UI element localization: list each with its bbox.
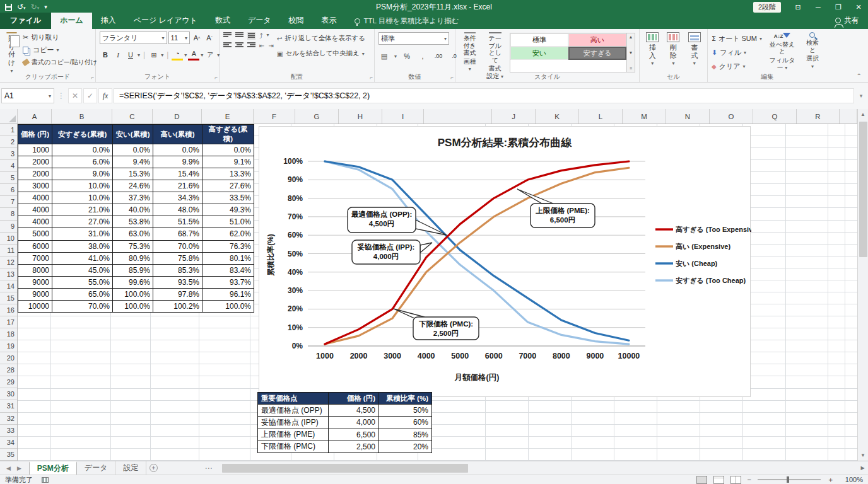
tab-ホーム[interactable]: ホーム bbox=[51, 13, 92, 29]
data-cell[interactable]: 55.0% bbox=[52, 276, 113, 288]
tell-me-box[interactable]: TTL 目標を累積比率より揃む bbox=[355, 16, 459, 29]
data-cell[interactable]: 4000 bbox=[18, 216, 52, 228]
align-right-icon[interactable] bbox=[247, 42, 255, 49]
increase-indent-icon[interactable]: ⇥ bbox=[268, 42, 273, 49]
data-cell[interactable]: 100.0% bbox=[113, 288, 153, 300]
data-cell[interactable]: 2000 bbox=[18, 156, 52, 168]
data-cell[interactable]: 76.3% bbox=[202, 240, 254, 252]
summary-cell[interactable]: 妥協価格点 (IPP) bbox=[258, 417, 329, 429]
legend-label[interactable]: 高すぎる (Too Expensive) bbox=[676, 226, 751, 234]
data-cell[interactable]: 8000 bbox=[18, 264, 52, 276]
share-button[interactable]: 共有 bbox=[835, 15, 868, 29]
fill-button[interactable]: ⬇フィル▾ bbox=[712, 46, 762, 59]
row-header-29[interactable]: 29 bbox=[0, 376, 17, 388]
data-cell[interactable]: 34.3% bbox=[153, 192, 202, 204]
vertical-scrollbar[interactable]: ▲ ▼ bbox=[857, 109, 868, 461]
column-header-H[interactable]: H bbox=[339, 109, 382, 124]
sheet-tab-PSM分析[interactable]: PSM分析 bbox=[29, 461, 77, 475]
data-cell[interactable]: 100.2% bbox=[153, 300, 202, 312]
find-select-button[interactable]: 検索と 選択 ▾ bbox=[802, 31, 823, 72]
data-cell[interactable]: 83.4% bbox=[202, 264, 254, 276]
data-cell[interactable]: 70.0% bbox=[52, 300, 113, 312]
format-cells-button[interactable]: 書式▾ bbox=[686, 31, 703, 72]
data-cell[interactable]: 49.3% bbox=[202, 204, 254, 216]
data-cell[interactable]: 65.0% bbox=[52, 288, 113, 300]
data-cell[interactable]: 10000 bbox=[18, 300, 52, 312]
legend-label[interactable]: 安すぎる (Too Cheap) bbox=[676, 277, 746, 285]
sheet-nav-right-icon[interactable]: ▶ bbox=[17, 465, 21, 471]
cell-style-option[interactable]: 安い bbox=[510, 47, 568, 60]
paste-button[interactable]: 貼り付け▾ bbox=[4, 31, 20, 72]
data-cell[interactable]: 0.0% bbox=[153, 144, 202, 156]
data-cell[interactable]: 70.0% bbox=[153, 240, 202, 252]
data-cell[interactable]: 68.7% bbox=[153, 228, 202, 240]
clipboard-dialog-launcher-icon[interactable]: ⌐ bbox=[91, 75, 94, 81]
page-break-view-icon[interactable] bbox=[730, 476, 741, 484]
fill-color-icon[interactable]: ◔ bbox=[172, 49, 183, 60]
sort-filter-button[interactable]: A↓Z 並べ替えと フィルター ▾ bbox=[765, 31, 799, 72]
tab-校閲[interactable]: 校閲 bbox=[280, 13, 313, 29]
column-header-A[interactable]: A bbox=[18, 109, 52, 124]
format-as-table-button[interactable]: テーブルとして 書式設定 ▾ bbox=[483, 31, 507, 72]
row-header-31[interactable]: 31 bbox=[0, 400, 17, 412]
data-cell[interactable]: 75.8% bbox=[153, 252, 202, 264]
cut-button[interactable]: ✂切り取り bbox=[23, 31, 97, 43]
row-header-17[interactable]: 17 bbox=[0, 316, 17, 328]
font-name-combo[interactable]: フランタリ▾ bbox=[100, 32, 167, 44]
data-cell[interactable]: 0.0% bbox=[52, 144, 113, 156]
decrease-indent-icon[interactable]: ⇤ bbox=[259, 42, 264, 49]
account-badge[interactable]: 2段階 bbox=[753, 2, 781, 13]
row-header-11[interactable]: 11 bbox=[0, 245, 17, 256]
column-header-K[interactable]: K bbox=[536, 109, 579, 124]
row-header-1[interactable]: 1 bbox=[0, 124, 17, 136]
data-cell[interactable]: 21.0% bbox=[52, 204, 113, 216]
column-header-I[interactable]: I bbox=[382, 109, 424, 124]
row-header-28[interactable]: 28 bbox=[0, 364, 17, 376]
vertical-scroll-thumb[interactable] bbox=[859, 122, 867, 257]
formula-input[interactable]: =SERIES('データ'!$C$2, 'データ'!$A$3:$A$22, 'デ… bbox=[114, 88, 854, 103]
select-all-corner[interactable] bbox=[0, 109, 18, 124]
row-header-2[interactable]: 2 bbox=[0, 136, 17, 148]
row-header-33[interactable]: 33 bbox=[0, 425, 17, 437]
name-box[interactable]: A1▾ bbox=[1, 88, 54, 103]
row-header-15[interactable]: 15 bbox=[0, 292, 17, 304]
column-header-B[interactable]: B bbox=[52, 109, 112, 124]
phonetic-guide-icon[interactable]: ア bbox=[204, 49, 216, 60]
sheet-tab-設定[interactable]: 設定 bbox=[115, 461, 146, 475]
cell-style-option[interactable]: 高い bbox=[568, 33, 626, 47]
zoom-slider[interactable] bbox=[758, 479, 821, 480]
data-cell[interactable]: 93.5% bbox=[153, 276, 202, 288]
font-size-combo[interactable]: 11▾ bbox=[168, 32, 190, 44]
data-cell[interactable]: 9.0% bbox=[52, 168, 113, 180]
gallery-scroll[interactable]: ▲▼≡ bbox=[627, 33, 635, 72]
data-cell[interactable]: 80.1% bbox=[202, 252, 254, 264]
legend-label[interactable]: 安い (Cheap) bbox=[676, 260, 718, 267]
data-cell[interactable]: 45.0% bbox=[52, 264, 113, 276]
currency-icon[interactable]: ▤ bbox=[378, 50, 390, 62]
percent-style-icon[interactable]: % bbox=[401, 50, 413, 62]
column-header-N[interactable]: N bbox=[666, 109, 710, 124]
data-cell[interactable]: 10.0% bbox=[52, 180, 113, 192]
data-cell[interactable]: 9000 bbox=[18, 288, 52, 300]
row-header-8[interactable]: 8 bbox=[0, 208, 17, 220]
data-cell[interactable]: 62.0% bbox=[202, 228, 254, 240]
data-header-cell[interactable]: 安すぎる(累積) bbox=[52, 125, 113, 144]
delete-cells-button[interactable]: 削除▾ bbox=[664, 31, 682, 72]
tab-file[interactable]: ファイル bbox=[0, 13, 51, 29]
wrap-text-button[interactable]: ↩折り返して全体を表示する bbox=[277, 32, 365, 45]
row-header-34[interactable]: 34 bbox=[0, 437, 17, 449]
data-cell[interactable]: 27.0% bbox=[52, 216, 113, 228]
row-header-14[interactable]: 14 bbox=[0, 280, 17, 292]
restore-button[interactable]: ❐ bbox=[829, 0, 848, 14]
collapse-ribbon-icon[interactable]: ⌃ bbox=[850, 70, 868, 82]
data-cell[interactable]: 3000 bbox=[18, 180, 52, 192]
column-header-R[interactable]: R bbox=[797, 109, 840, 124]
minimize-button[interactable]: ─ bbox=[809, 0, 828, 14]
align-middle-icon[interactable] bbox=[235, 32, 243, 40]
align-center-icon[interactable] bbox=[235, 42, 243, 49]
data-cell[interactable]: 51.0% bbox=[202, 216, 254, 228]
data-cell[interactable]: 38.0% bbox=[52, 240, 113, 252]
sheet-nav-left-icon[interactable]: ◀ bbox=[6, 465, 11, 471]
data-header-cell[interactable]: 高すぎる(累積) bbox=[202, 125, 254, 144]
row-header-20[interactable]: 20 bbox=[0, 352, 17, 364]
